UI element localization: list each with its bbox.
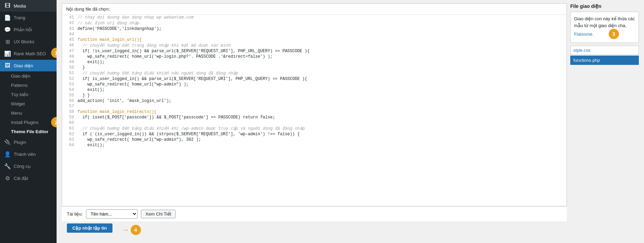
functions-php-link[interactable]: functions.php [570,56,639,65]
sidebar-item-plugin[interactable]: 🔌 Plugin [0,136,57,148]
sidebar-sub-patterns[interactable]: Patterns [0,81,57,90]
line-number: 52 [62,76,77,82]
line-number: 43 [62,26,77,32]
file-info-box: Giao diện con này kế thừa các mẫu từ một… [570,12,639,43]
line-number: 54 [62,87,77,93]
sidebar-sub-widget[interactable]: Widget [0,99,57,108]
line-number: 57 [62,104,77,109]
line-number: 45 [62,37,77,43]
line-number: 50 [62,65,77,70]
code-line-63: 63 wp_safe_redirect( home_url("wp-admin"… [62,137,567,142]
sidebar-sub-tuy-bien[interactable]: Tùy biến [0,90,57,99]
code-line-44: 44 [62,32,567,37]
code-line-64: 64 exit(); [62,142,567,148]
sidebar-item-phan-hoi-label: Phản hồi [14,27,32,32]
sidebar-item-ux-blocks-label: UX Blocks [14,39,34,44]
sidebar-sub-theme-file-editor[interactable]: Theme File Editor [0,127,57,136]
line-number: 60 [62,120,77,126]
update-button[interactable]: Cập nhật tập tin [67,223,112,233]
line-content: if( isset($_POST['passcode']) && $_POST[… [77,115,275,120]
sidebar-item-cai-dat[interactable]: ⚙ Cài đặt [0,172,57,184]
rank-math-icon: 📊 [4,50,11,57]
right-panel: File giao diện Giao diện con này kế thừa… [570,3,639,240]
line-number: 46 [62,43,77,48]
sidebar-item-ux-blocks[interactable]: ⊞ UX Blocks [0,36,57,48]
sidebar-item-cong-cu[interactable]: 🔧 Công cụ [0,160,57,172]
tools-icon: 🔧 [4,163,11,170]
sidebar-sub-install-plugins[interactable]: Install Plugins 2 [0,118,57,127]
line-number: 53 [62,82,77,87]
sidebar-item-rank-math[interactable]: 📊 Rank Math SEO 1 [0,48,57,60]
line-content: wp_safe_redirect( home_url("wp-admin"), … [77,137,201,142]
sidebar-item-trang-label: Trang [14,15,25,20]
code-line-57: 57 [62,104,567,109]
line-number: 47 [62,48,77,54]
sidebar-item-plugin-label: Plugin [14,140,26,145]
sidebar-item-thanh-vien[interactable]: 👤 Thành viên [0,148,57,160]
content-area: Nội dung file đã chọn: 41// thay doi duo… [57,0,644,243]
code-line-54: 54 exit(); [62,87,567,93]
line-content: // thay doi duong dan dang nhap wp weban… [77,15,193,20]
theme-icon: 🖼 [4,62,11,69]
line-number: 48 [62,54,77,59]
view-detail-button[interactable]: Xem Chi Tiết [141,210,176,218]
line-number: 64 [62,142,77,148]
line-number: 59 [62,115,77,120]
sidebar-item-cong-cu-label: Công cụ [14,164,31,169]
code-line-45: 45function mask_login_url(){ [62,37,567,43]
line-number: 56 [62,98,77,104]
line-number: 58 [62,109,77,115]
page-icon: 📄 [4,14,11,21]
code-container[interactable]: 41// thay doi duong dan dang nhap wp web… [62,15,567,206]
line-content: exit(); [77,87,105,93]
annotation-1: 1 [51,48,57,58]
sidebar-sub-giao-dien[interactable]: Giao diện [0,71,57,81]
code-line-56: 56add_action( 'init', 'mask_login_url'); [62,98,567,104]
line-number: 63 [62,137,77,142]
function-select[interactable]: Tên hàm... [86,209,138,219]
ux-blocks-icon: ⊞ [4,38,11,45]
code-line-62: 62 if ( (is_user_logged_in()) && (strpos… [62,131,567,137]
sidebar-item-giao-dien[interactable]: 🖼 Giao diện [0,60,57,71]
comment-icon: 💬 [4,26,11,33]
media-icon: 🎞 [4,3,11,9]
line-number: 44 [62,32,77,37]
sidebar: 🎞 Media 📄 Trang 💬 Phản hồi ⊞ UX Blocks 📊… [0,0,57,243]
line-number: 55 [62,93,77,98]
sidebar-item-media[interactable]: 🎞 Media [0,0,57,12]
sidebar-sub-menu[interactable]: Menu [0,108,57,118]
bottom-bar: Tài liệu: Tên hàm... Xem Chi Tiết [62,206,567,221]
line-content: define('PASSCODE','linkdangnhap'); [77,26,162,32]
line-number: 61 [62,126,77,131]
annotation-4: 4 [131,225,141,235]
code-line-49: 49 exit(); [62,59,567,65]
code-line-52: 52 if( is_user_logged_in() && parse_url(… [62,76,567,82]
code-line-48: 48 wp_safe_redirect( home_url('wp-login.… [62,54,567,59]
right-panel-title: File giao diện [570,3,639,9]
file-selected-label: Nội dung file đã chọn: [66,7,110,12]
flatsome-link[interactable]: Flatsome. [574,32,594,37]
sidebar-item-thanh-vien-label: Thành viên [14,152,36,157]
line-number: 49 [62,59,77,65]
editor-section: Nội dung file đã chọn: 41// thay doi duo… [62,3,567,206]
line-content: // chuyển hướng đến trang đăng nhập khi … [77,43,231,48]
user-icon: 👤 [4,151,11,158]
style-css-link[interactable]: style.css [570,46,639,55]
settings-icon: ⚙ [4,175,11,182]
code-line-55: 55 } } [62,93,567,98]
code-line-42: 42// xác định url đăng nhập. [62,20,567,26]
line-content: wp_safe_redirect( home_url('wp-login.php… [77,54,273,59]
code-line-46: 46 // chuyển hướng đến trang đăng nhập k… [62,43,567,48]
line-content: } [77,65,85,70]
line-content: if( !is_user_logged_in() && parse_url($_… [77,48,310,54]
code-line-61: 61 // chuyển hướng đến bảng điều khiển k… [62,126,567,131]
code-line-50: 50 } [62,65,567,70]
line-number: 62 [62,131,77,137]
sidebar-item-phan-hoi[interactable]: 💬 Phản hồi [0,24,57,36]
sidebar-item-trang[interactable]: 📄 Trang [0,12,57,24]
code-line-58: 58function mask_login_redirects(){ [62,109,567,115]
line-content: exit(); [77,59,105,65]
sidebar-item-giao-dien-label: Giao diện [14,63,33,68]
code-line-41: 41// thay doi duong dan dang nhap wp web… [62,15,567,20]
sidebar-item-rank-math-label: Rank Math SEO [14,51,46,56]
